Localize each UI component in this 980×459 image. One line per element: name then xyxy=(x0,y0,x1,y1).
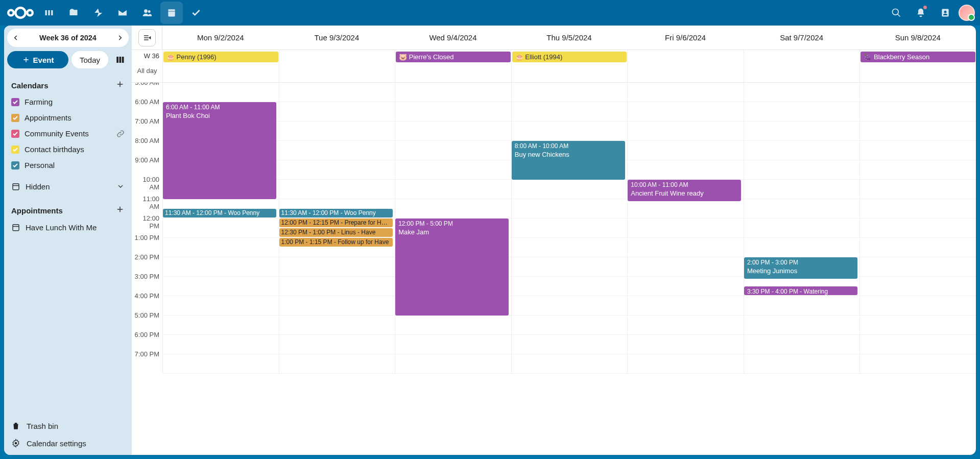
contacts-menu-icon[interactable] xyxy=(934,2,957,24)
svg-line-12 xyxy=(898,14,900,17)
notifications-icon[interactable] xyxy=(910,2,932,24)
svg-point-0 xyxy=(15,8,25,17)
svg-point-11 xyxy=(893,9,899,15)
files-icon[interactable] xyxy=(62,2,85,24)
svg-rect-10 xyxy=(168,9,175,11)
mail-icon[interactable] xyxy=(111,2,134,24)
svg-point-6 xyxy=(144,9,148,13)
svg-point-14 xyxy=(944,11,947,13)
search-icon[interactable] xyxy=(885,2,907,24)
svg-rect-5 xyxy=(51,10,53,15)
calendar-icon[interactable] xyxy=(160,2,183,24)
svg-rect-4 xyxy=(48,10,50,15)
tasks-icon[interactable] xyxy=(185,2,207,24)
svg-point-1 xyxy=(8,10,14,16)
svg-rect-3 xyxy=(45,10,47,15)
nextcloud-logo[interactable] xyxy=(5,5,36,20)
dashboard-icon[interactable] xyxy=(38,2,60,24)
user-avatar[interactable] xyxy=(959,5,975,21)
svg-point-7 xyxy=(148,10,151,13)
contacts-icon[interactable] xyxy=(136,2,158,24)
top-bar xyxy=(0,0,980,26)
activity-icon[interactable] xyxy=(87,2,109,24)
svg-point-2 xyxy=(27,10,33,16)
